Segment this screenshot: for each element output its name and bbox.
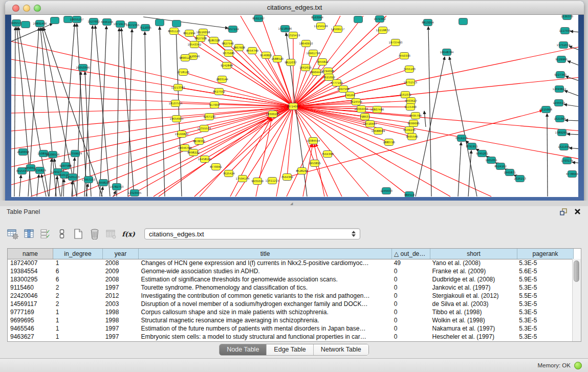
table-cell[interactable]: 2012 <box>103 292 139 299</box>
graph-node[interactable]: 7512035 <box>139 25 151 31</box>
window-titlebar[interactable]: citations_edges.txt <box>5 1 584 15</box>
table-cell[interactable]: Wolkin et al. (1998) <box>430 317 517 324</box>
float-panel-icon[interactable] <box>560 208 568 215</box>
column-header-short[interactable]: short <box>430 249 517 259</box>
table-cell[interactable]: 0 <box>391 309 430 316</box>
graph-node[interactable]: 8163044 <box>311 15 323 21</box>
table-row[interactable]: 911546021997Tourette syndrome. Phenomeno… <box>8 283 573 292</box>
graph-node[interactable]: 16458101 <box>198 156 212 163</box>
table-cell[interactable]: 19384554 <box>8 268 53 275</box>
function-builder-icon[interactable]: f(x) <box>120 226 137 242</box>
table-cell[interactable]: 5.3E-5 <box>516 284 573 291</box>
graph-node[interactable]: 8601123 <box>168 28 180 35</box>
graph-node[interactable]: 12219872 <box>376 27 390 34</box>
table-cell[interactable]: Disruption of a novel member of a sodium… <box>139 300 391 308</box>
graph-node[interactable]: 2867608 <box>233 45 245 51</box>
graph-edge[interactable] <box>569 46 578 51</box>
graph-node[interactable]: 7455103 <box>403 66 416 73</box>
table-cell[interactable]: 5.3E-5 <box>516 325 573 332</box>
graph-node[interactable]: 1156829 <box>34 167 46 174</box>
graph-node[interactable]: 18226058 <box>197 29 211 36</box>
table-cell[interactable]: 1 <box>53 259 103 267</box>
graph-node[interactable] <box>156 19 164 26</box>
table-vertical-scrollbar[interactable] <box>572 259 581 341</box>
graph-node[interactable]: 19218586 <box>278 26 293 32</box>
graph-node[interactable]: 8912954 <box>183 30 195 37</box>
table-cell[interactable]: de Silva et al. (2003) <box>430 300 517 308</box>
graph-node[interactable]: 11611215 <box>266 178 279 184</box>
graph-node[interactable]: 7564360 <box>321 151 334 158</box>
graph-node[interactable]: 1953855 <box>309 160 321 167</box>
graph-edge[interactable] <box>468 150 471 196</box>
table-cell[interactable]: 0 <box>391 317 430 324</box>
splitter-grip-icon[interactable]: ◢ <box>290 202 295 205</box>
graph-node[interactable] <box>21 21 30 28</box>
graph-node[interactable]: 984510 <box>404 192 415 198</box>
table-settings-icon[interactable] <box>5 226 20 242</box>
graph-edge[interactable] <box>293 47 578 106</box>
graph-node[interactable]: 1117554 <box>559 28 571 34</box>
table-row[interactable]: 1872400712008Changes of HCN gene express… <box>8 259 573 267</box>
table-cell[interactable]: Tourette syndrome. Phenomenology and cla… <box>139 284 391 291</box>
table-cell[interactable]: 6 <box>53 268 103 275</box>
graph-node[interactable]: 15892951 <box>555 129 569 136</box>
table-row[interactable]: 969969511998Structural magnetic resonanc… <box>8 316 573 324</box>
graph-edge[interactable] <box>160 27 165 196</box>
graph-node[interactable]: 8498222 <box>187 149 200 156</box>
table-cell[interactable]: 1998 <box>103 317 139 324</box>
graph-node[interactable]: 9463627 <box>405 98 417 104</box>
graph-node[interactable]: 10648784 <box>440 49 454 56</box>
column-header-out_de[interactable]: △ out_de… <box>392 249 430 259</box>
graph-edge[interactable] <box>176 28 182 196</box>
graph-node[interactable]: 10688609 <box>372 128 385 135</box>
graph-node[interactable]: 10719135 <box>114 21 127 28</box>
table-cell[interactable]: 0 <box>391 268 430 275</box>
graph-node[interactable]: 9699695 <box>407 120 420 127</box>
graph-edge[interactable] <box>293 106 578 159</box>
table-row[interactable]: 946554611997Estimation of the future num… <box>8 324 573 333</box>
table-cell[interactable]: 49 <box>391 259 430 267</box>
graph-node[interactable]: 9129966 <box>555 56 568 63</box>
network-canvas[interactable]: 2405572208914061065525715276026466160107… <box>11 15 578 197</box>
graph-node[interactable] <box>172 20 181 27</box>
graph-node[interactable]: 9822037 <box>285 59 297 66</box>
table-cell[interactable]: 2008 <box>103 276 139 283</box>
graph-edge[interactable] <box>564 104 578 107</box>
graph-node[interactable]: 19384554 <box>307 138 321 144</box>
graph-edge[interactable] <box>121 28 134 196</box>
table-cell[interactable]: 9115460 <box>8 284 53 291</box>
graph-node[interactable]: 19751515 <box>404 79 418 86</box>
graph-node[interactable]: 6778604 <box>566 171 578 178</box>
graph-edge[interactable] <box>49 159 52 196</box>
table-cell[interactable]: 2008 <box>103 259 139 267</box>
table-cell[interactable]: 9465546 <box>8 325 53 332</box>
table-row[interactable]: 977716911998Corpus callosum shape and si… <box>8 308 573 316</box>
graph-node[interactable]: 8454749 <box>246 48 258 54</box>
graph-node[interactable]: 8524162 <box>494 163 507 170</box>
graph-node[interactable]: 20891406 <box>33 20 48 27</box>
graph-node[interactable]: 8813054 <box>422 19 434 26</box>
table-cell[interactable]: 1 <box>53 325 103 332</box>
graph-edge[interactable] <box>569 148 578 149</box>
graph-node[interactable]: 9242848 <box>221 62 233 69</box>
graph-node[interactable]: 8592297 <box>252 15 265 22</box>
merge-tables-icon[interactable] <box>54 226 70 242</box>
graph-node[interactable]: 1245633 <box>380 188 393 194</box>
graph-node[interactable]: 9777169 <box>331 80 343 86</box>
graph-node[interactable]: 9890123 <box>179 55 191 61</box>
graph-node[interactable]: 798637 <box>360 114 370 120</box>
graph-node[interactable]: 12093822 <box>553 86 567 93</box>
graph-edge[interactable] <box>14 27 15 196</box>
close-panel-icon[interactable] <box>574 208 581 215</box>
table-cell[interactable]: Changes of HCN gene expression and I(f) … <box>139 259 391 267</box>
graph-node[interactable]: 1161072 <box>399 92 411 98</box>
table-cell[interactable]: 14569117 <box>8 300 53 308</box>
graph-node[interactable]: 17359924 <box>69 150 83 157</box>
table-cell[interactable]: Tibbo et al. (1998) <box>430 309 517 316</box>
table-cell[interactable]: 2009 <box>103 268 139 275</box>
graph-node[interactable]: 9146821 <box>260 52 272 59</box>
graph-node[interactable]: 3624554 <box>350 99 362 105</box>
graph-edge[interactable] <box>183 72 293 106</box>
select-rows-icon[interactable]: ✓ ✓ <box>38 226 53 242</box>
table-cell[interactable]: 1997 <box>103 333 139 340</box>
